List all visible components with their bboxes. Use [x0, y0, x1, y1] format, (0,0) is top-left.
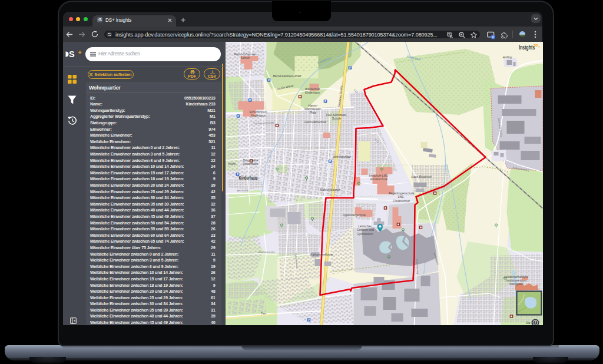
- svg-text:Institutszentrum: Institutszentrum: [506, 279, 526, 282]
- svg-text:S: S: [99, 18, 102, 22]
- svg-text:Sta: Sta: [526, 322, 530, 325]
- svg-text:Katharinenkloster: Katharinenkloster: [310, 253, 333, 256]
- svg-text:Westhoffstraße: Westhoffstraße: [258, 250, 275, 254]
- svg-text:Förderschule: Förderschule: [370, 177, 387, 181]
- svg-text:P: P: [324, 100, 326, 103]
- svg-text:Uppenbergschule: Uppenbergschule: [342, 213, 365, 217]
- svg-text:P: P: [307, 319, 309, 322]
- svg-text:P: P: [249, 99, 250, 102]
- svg-text:Förderschule: Förderschule: [392, 199, 409, 203]
- svg-text:LWL-: LWL-: [397, 195, 405, 198]
- svg-text:Kinderhaus: Kinderhaus: [304, 91, 320, 94]
- svg-text:Regenbogenschule: Regenbogenschule: [389, 191, 414, 195]
- svg-text:Lettisches: Lettisches: [358, 224, 372, 228]
- svg-text:Haus Bröderich: Haus Bröderich: [411, 175, 432, 178]
- svg-text:Insights: Insights: [518, 44, 535, 51]
- svg-text:P: P: [237, 115, 238, 118]
- svg-text:Treu: Treu: [261, 312, 266, 315]
- svg-text:P: P: [329, 160, 330, 163]
- svg-text:i: i: [535, 320, 536, 325]
- svg-text:Schule: Schule: [332, 117, 340, 120]
- svg-text:Nevinghoff: Nevinghoff: [509, 283, 524, 286]
- svg-text:Jonningsplatz: Jonningsplatz: [332, 155, 351, 158]
- svg-text:Markus Kapelle: Markus Kapelle: [320, 188, 340, 191]
- svg-text:Kinderhaus: Kinderhaus: [243, 162, 258, 166]
- svg-text:Gertrudenschule: Gertrudenschule: [304, 120, 326, 124]
- svg-text:Irisschule LWL-: Irisschule LWL-: [369, 174, 389, 177]
- svg-text:P: P: [267, 79, 269, 82]
- svg-text:S: S: [69, 49, 75, 59]
- svg-text:Am Burloh: Am Burloh: [237, 189, 249, 192]
- svg-text:Landwirtschaftliche: Landwirtschaftliche: [504, 276, 528, 279]
- svg-text:+: +: [538, 45, 540, 48]
- svg-text:P: P: [349, 67, 350, 70]
- svg-text:Centrum und: Centrum und: [357, 228, 374, 231]
- svg-text:Schule: Schule: [240, 56, 249, 59]
- svg-text:Gymnasium: Gymnasium: [357, 232, 373, 236]
- svg-text:Kinderhaus: Kinderhaus: [250, 114, 266, 117]
- svg-text:Holling: Holling: [502, 55, 511, 59]
- svg-text:Kinderhaus: Kinderhaus: [238, 175, 257, 181]
- svg-text:Kirche: Kirche: [228, 163, 236, 166]
- svg-text:Bernd-Feldhaus-Platz: Bernd-Feldhaus-Platz: [273, 74, 302, 78]
- svg-text:Platz: Platz: [309, 111, 316, 114]
